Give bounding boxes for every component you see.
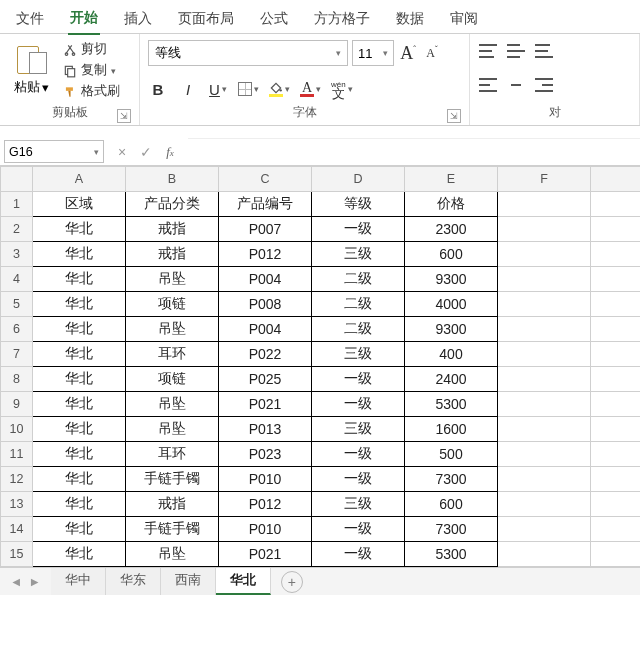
- col-header-B[interactable]: B: [126, 167, 219, 192]
- cell[interactable]: P008: [219, 292, 312, 317]
- cell[interactable]: 华北: [33, 317, 126, 342]
- sheet-nav-prev[interactable]: ◄: [10, 575, 22, 589]
- sheet-tab[interactable]: 华北: [216, 568, 271, 595]
- cell[interactable]: 华北: [33, 467, 126, 492]
- cell[interactable]: 三级: [312, 492, 405, 517]
- cell[interactable]: [498, 492, 591, 517]
- font-name-select[interactable]: 等线 ▾: [148, 40, 348, 66]
- cell[interactable]: 手链手镯: [126, 517, 219, 542]
- cell[interactable]: P012: [219, 492, 312, 517]
- cell[interactable]: [591, 317, 641, 342]
- cell[interactable]: P021: [219, 392, 312, 417]
- tab-fangfang[interactable]: 方方格子: [312, 6, 372, 34]
- row-header[interactable]: 12: [1, 467, 33, 492]
- sheet-nav-next[interactable]: ►: [28, 575, 40, 589]
- cell[interactable]: [591, 492, 641, 517]
- cell[interactable]: 戒指: [126, 242, 219, 267]
- font-dialog-launcher[interactable]: ⇲: [447, 109, 461, 123]
- cell[interactable]: 产品编号: [219, 192, 312, 217]
- cell[interactable]: 5300: [405, 542, 498, 567]
- cell[interactable]: 华北: [33, 542, 126, 567]
- cell[interactable]: 一级: [312, 542, 405, 567]
- cell[interactable]: P022: [219, 342, 312, 367]
- col-header-E[interactable]: E: [405, 167, 498, 192]
- row-header[interactable]: 15: [1, 542, 33, 567]
- cell[interactable]: 2300: [405, 217, 498, 242]
- row-header[interactable]: 5: [1, 292, 33, 317]
- cell[interactable]: 4000: [405, 292, 498, 317]
- cell[interactable]: P004: [219, 317, 312, 342]
- cell[interactable]: 产品分类: [126, 192, 219, 217]
- cell[interactable]: 500: [405, 442, 498, 467]
- phonetic-guide-button[interactable]: wén 文 ▾: [331, 78, 353, 100]
- cell[interactable]: [498, 417, 591, 442]
- bold-button[interactable]: B: [148, 78, 168, 100]
- col-header-C[interactable]: C: [219, 167, 312, 192]
- cell[interactable]: 一级: [312, 392, 405, 417]
- cell[interactable]: 华北: [33, 367, 126, 392]
- cell[interactable]: [591, 267, 641, 292]
- cell[interactable]: 吊坠: [126, 417, 219, 442]
- cell[interactable]: P012: [219, 242, 312, 267]
- cell[interactable]: 耳环: [126, 442, 219, 467]
- underline-button[interactable]: U ▾: [208, 78, 228, 100]
- cell[interactable]: [498, 242, 591, 267]
- cell[interactable]: P013: [219, 417, 312, 442]
- cell[interactable]: 2400: [405, 367, 498, 392]
- sheet-tab[interactable]: 西南: [161, 568, 216, 595]
- col-header-A[interactable]: A: [33, 167, 126, 192]
- row-header[interactable]: 3: [1, 242, 33, 267]
- cell[interactable]: 华北: [33, 492, 126, 517]
- row-header[interactable]: 2: [1, 217, 33, 242]
- cell[interactable]: [498, 442, 591, 467]
- paste-button[interactable]: 粘贴 ▾: [8, 40, 55, 98]
- cell[interactable]: P010: [219, 467, 312, 492]
- align-right-button[interactable]: [534, 74, 554, 96]
- cell[interactable]: 9300: [405, 317, 498, 342]
- borders-button[interactable]: ▾: [238, 78, 259, 100]
- cell[interactable]: [498, 367, 591, 392]
- cell[interactable]: 二级: [312, 292, 405, 317]
- cell[interactable]: [591, 417, 641, 442]
- cell[interactable]: 华北: [33, 442, 126, 467]
- cell[interactable]: 华北: [33, 392, 126, 417]
- cell[interactable]: 戒指: [126, 492, 219, 517]
- row-header[interactable]: 6: [1, 317, 33, 342]
- align-top-button[interactable]: [478, 40, 498, 62]
- tab-home[interactable]: 开始: [68, 5, 100, 35]
- row-header[interactable]: 1: [1, 192, 33, 217]
- tab-file[interactable]: 文件: [14, 6, 46, 34]
- fill-color-button[interactable]: ▾: [269, 78, 290, 100]
- cell[interactable]: 1600: [405, 417, 498, 442]
- cut-button[interactable]: 剪切: [61, 40, 122, 59]
- cell[interactable]: 三级: [312, 417, 405, 442]
- cell[interactable]: 华北: [33, 292, 126, 317]
- cell[interactable]: [591, 192, 641, 217]
- tab-insert[interactable]: 插入: [122, 6, 154, 34]
- cell[interactable]: 项链: [126, 292, 219, 317]
- cell[interactable]: 华北: [33, 342, 126, 367]
- cell[interactable]: [591, 517, 641, 542]
- format-painter-button[interactable]: 格式刷: [61, 82, 122, 101]
- copy-button[interactable]: 复制 ▾: [61, 61, 122, 80]
- cell[interactable]: [498, 392, 591, 417]
- cell[interactable]: P004: [219, 267, 312, 292]
- cell[interactable]: 5300: [405, 392, 498, 417]
- cell[interactable]: [498, 342, 591, 367]
- cell[interactable]: 400: [405, 342, 498, 367]
- cell[interactable]: P025: [219, 367, 312, 392]
- add-sheet-button[interactable]: +: [281, 571, 303, 593]
- row-header[interactable]: 8: [1, 367, 33, 392]
- cell[interactable]: 等级: [312, 192, 405, 217]
- formula-input[interactable]: [188, 138, 640, 165]
- cell[interactable]: 吊坠: [126, 392, 219, 417]
- italic-button[interactable]: I: [178, 78, 198, 100]
- fx-icon[interactable]: fx: [166, 144, 174, 160]
- cancel-formula-button[interactable]: ×: [118, 144, 126, 160]
- cell[interactable]: 一级: [312, 517, 405, 542]
- cell[interactable]: 项链: [126, 367, 219, 392]
- align-center-button[interactable]: [506, 74, 526, 96]
- cell[interactable]: 吊坠: [126, 542, 219, 567]
- col-header-F[interactable]: F: [498, 167, 591, 192]
- cell[interactable]: [498, 542, 591, 567]
